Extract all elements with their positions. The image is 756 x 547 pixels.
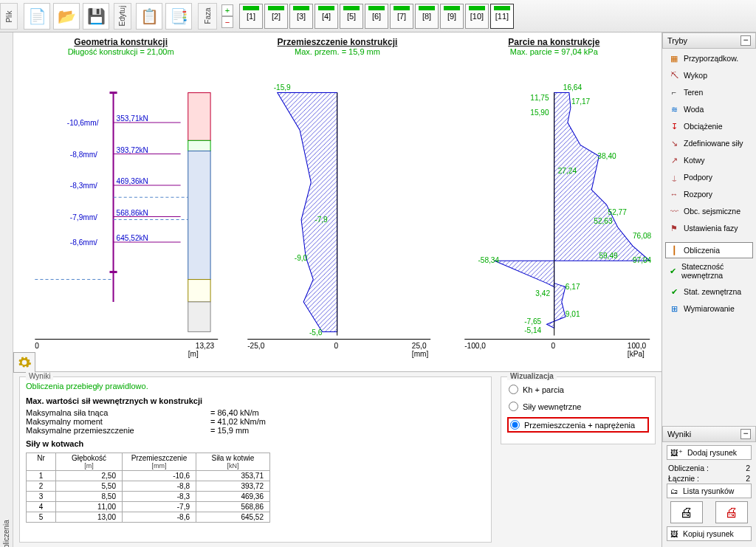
viz-opt-3[interactable]: Przemieszczenia + naprężenia (507, 417, 649, 433)
phase-tab-5[interactable]: [5] (340, 4, 363, 29)
ext-stability-icon: ✔ (669, 286, 679, 297)
viz-box: Wizualizacja Kh + parcia Siły wewnętrzne… (501, 376, 656, 444)
phase-add-button[interactable]: + (221, 4, 233, 16)
mode-zdef-sily[interactable]: ↘Zdefiniowane siły (665, 135, 753, 151)
tab-faza-label: Faza (203, 7, 211, 24)
svg-text:-15,9: -15,9 (274, 83, 291, 92)
chart-geometry: Geometria konstrukcji Długość konstrukcj… (16, 37, 225, 368)
new-file-icon[interactable]: 📄 (24, 3, 50, 30)
mode-kotwy[interactable]: ↗Kotwy (665, 152, 753, 168)
results-max-header: Max. wartości sił wewnętrznych w konstru… (26, 396, 485, 405)
phase-tab-7[interactable]: [7] (390, 4, 413, 29)
mode-przyporzadkow[interactable]: ▦Przyporządkow. (665, 50, 753, 66)
mode-wymiarowanie[interactable]: ⊞Wymiarowanie (665, 300, 753, 317)
strut-icon: ↔ (669, 189, 679, 199)
mode-obciazenie[interactable]: ↧Obciążenie (665, 118, 753, 134)
tab-edytuj[interactable]: Edytuj (114, 3, 131, 30)
mode-woda[interactable]: ≋Woda (665, 101, 753, 117)
svg-text:353,71kN: 353,71kN (117, 114, 148, 123)
svg-text:9,01: 9,01 (565, 310, 580, 318)
svg-text:52,63: 52,63 (594, 217, 613, 225)
r1-label: Maksymalna siła tnąca (26, 408, 144, 417)
mode-sejsmiczne[interactable]: 〰Obc. sejsmiczne (665, 203, 753, 219)
phase-tab-9[interactable]: [9] (440, 4, 464, 29)
phase-tab-2[interactable]: [2] (264, 4, 288, 29)
top-toolbar: Plik 📄 📂 💾 Edytuj 📋 📑 Faza + − [1] [2] [… (0, 0, 756, 32)
printer-icon: 🖨 (680, 505, 693, 520)
assign-icon: ▦ (669, 53, 679, 63)
wyniki-label: Wyniki (667, 430, 691, 438)
tab-faza[interactable]: Faza (198, 3, 217, 30)
viz-opt-1[interactable]: Kh + parcia (507, 383, 649, 396)
viz-opt-2[interactable]: Siły wewnętrzne (507, 400, 649, 413)
mode-teren[interactable]: ⌐Teren (665, 84, 753, 100)
save-icon[interactable]: 💾 (83, 3, 109, 30)
phase-tab-3[interactable]: [3] (289, 4, 313, 29)
svg-text:469,36kN: 469,36kN (117, 177, 148, 185)
tryby-label: Tryby (667, 36, 687, 45)
copy-icon[interactable]: 📋 (136, 3, 162, 30)
bottom-panel: Wyniki Obliczenia przebiegły prawidlowo.… (13, 371, 662, 547)
dimensioning-icon: ⊞ (669, 303, 679, 314)
results-title: Wyniki (26, 372, 53, 380)
phase-remove-button[interactable]: − (221, 16, 233, 28)
mode-wykop[interactable]: ⛏Wykop (665, 67, 753, 83)
chart-area: Geometria konstrukcji Długość konstrukcj… (13, 32, 662, 371)
center-column: Geometria konstrukcji Długość konstrukcj… (13, 32, 662, 547)
chart-disp-title: Przemieszczenie konstrukcji (278, 37, 398, 47)
svg-text:-7,9mm/: -7,9mm/ (70, 213, 97, 221)
phase-tab-1[interactable]: [1] (239, 4, 263, 29)
seismic-icon: 〰 (669, 206, 679, 216)
chart-press-sub: Max. parcie = 97,04 kPa (510, 47, 598, 56)
svg-text:-5,14: -5,14 (524, 326, 541, 334)
print-color-button[interactable]: 🖨 (715, 501, 748, 523)
svg-text:-8,3mm/: -8,3mm/ (70, 182, 97, 190)
terrain-icon: ⌐ (669, 87, 679, 97)
r2-label: Maksymalny moment (26, 417, 144, 426)
mode-stat-zewn[interactable]: ✔Stat. zewnętrzna (665, 283, 753, 300)
lista-rysunkow-button[interactable]: 🗂Lista rysunków (667, 484, 752, 498)
svg-text:-58,34: -58,34 (478, 256, 499, 264)
svg-text:52,77: 52,77 (608, 208, 627, 216)
tab-plik[interactable]: Plik (0, 3, 18, 30)
svg-text:76,08: 76,08 (633, 232, 652, 240)
paste-icon[interactable]: 📑 (165, 3, 192, 30)
phase-tab-8[interactable]: [8] (415, 4, 439, 29)
svg-text:6,17: 6,17 (565, 283, 580, 291)
svg-text:100,0: 100,0 (627, 342, 646, 350)
print-button[interactable]: 🖨 (670, 501, 703, 523)
tryby-header: Tryby − (662, 32, 756, 49)
tryby-collapse-button[interactable]: − (740, 35, 751, 46)
kopiuj-rysunek-button[interactable]: 🖼Kopiuj rysunek (667, 526, 752, 541)
left-obliczenia-tab[interactable]: Obliczenia (0, 32, 13, 547)
right-panel: Tryby − ▦Przyporządkow. ⛏Wykop ⌐Teren ≋W… (662, 32, 756, 547)
phase-tab-10[interactable]: [10] (465, 4, 489, 29)
phase-tab-11[interactable]: [11] (490, 4, 514, 29)
lacznie-label: Łącznie : (668, 474, 699, 483)
r3-label: Maksymalne przemieszczenie (26, 426, 144, 435)
chart-geo-sub: Długość konstrukcji = 21,00m (68, 47, 174, 56)
copy-drawing-icon: 🖼 (670, 529, 678, 538)
dodaj-rysunek-button[interactable]: 🖼⁺Dodaj rysunek (667, 445, 752, 460)
main: Obliczenia Geometria konstrukcji Długość… (0, 32, 756, 547)
lacznie-value: 2 (746, 474, 750, 483)
svg-text:13,23: 13,23 (196, 342, 215, 350)
mode-rozpory[interactable]: ↔Rozpory (665, 186, 753, 202)
toolbar-icons: 📄 📂 💾 (24, 3, 109, 30)
phase-tab-6[interactable]: [6] (365, 4, 388, 29)
svg-text:-100,0: -100,0 (464, 342, 486, 350)
svg-text:0: 0 (334, 342, 339, 350)
mode-statecznosc-wewn[interactable]: ✔Stateczność wewnętrzna (665, 259, 753, 283)
support-icon: ⍊ (669, 172, 679, 182)
svg-rect-13 (188, 151, 210, 280)
svg-text:0: 0 (551, 342, 555, 350)
svg-text:17,17: 17,17 (571, 97, 591, 106)
mode-obliczenia[interactable]: ┃Obliczenia (665, 242, 753, 258)
wyniki-collapse-button[interactable]: − (740, 429, 751, 439)
open-file-icon[interactable]: 📂 (53, 3, 80, 30)
mode-podpory[interactable]: ⍊Podpory (665, 169, 753, 185)
settings-gear-button[interactable] (13, 352, 35, 373)
mode-ustawienia-fazy[interactable]: ⚑Ustawienia fazy (665, 220, 753, 236)
phase-tab-4[interactable]: [4] (315, 4, 338, 29)
chart-pressure: Parcie na konstrukcje Max. parcie = 97,0… (450, 37, 659, 368)
